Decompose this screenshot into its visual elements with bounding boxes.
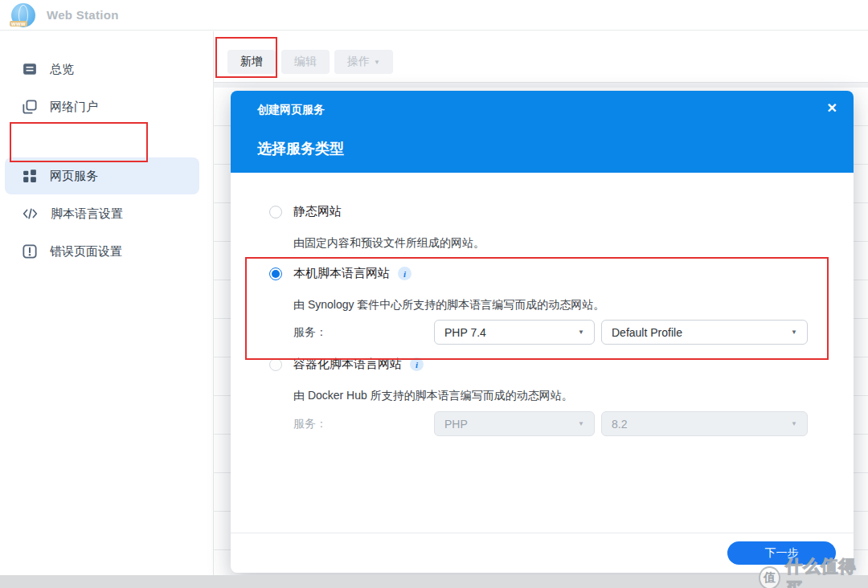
sidebar-item-label: 脚本语言设置 <box>51 206 123 222</box>
sidebar-item-label: 网页服务 <box>50 169 98 184</box>
option-label-static: 静态网站 <box>293 204 342 219</box>
radio-static-website[interactable] <box>269 206 282 218</box>
edit-button[interactable]: 编辑 <box>281 50 330 74</box>
close-icon[interactable]: ✕ <box>827 100 837 116</box>
sidebar-item-label: 总览 <box>50 62 74 77</box>
chevron-down-icon: ▼ <box>578 420 584 427</box>
sidebar-item-label: 网络门户 <box>50 100 98 115</box>
option-label-container: 容器化脚本语言网站 i <box>293 357 424 372</box>
action-dropdown-button[interactable]: 操作▼ <box>334 50 393 74</box>
web-service-icon <box>23 169 37 183</box>
profile-dropdown[interactable]: Default Profile ▼ <box>601 320 808 345</box>
chevron-down-icon: ▼ <box>791 420 797 427</box>
web-station-logo-icon: www <box>11 3 35 27</box>
container-php-dropdown: PHP ▼ <box>434 411 595 436</box>
add-button[interactable]: 新增 <box>227 50 276 74</box>
chevron-down-icon: ▼ <box>578 329 584 336</box>
option-desc-static: 由固定内容和预设文件所组成的网站。 <box>293 236 485 251</box>
smzdm-watermark: 值 什么值得买 <box>759 555 868 588</box>
chevron-down-icon: ▼ <box>791 329 797 336</box>
sidebar-item-label: 错误页面设置 <box>50 244 122 259</box>
container-version-dropdown: 8.2 ▼ <box>601 411 808 436</box>
smzdm-logo-icon: 值 <box>759 566 780 588</box>
portal-icon <box>23 100 37 114</box>
sidebar-item-web-portal[interactable]: 网络门户 <box>5 88 199 125</box>
dialog-subtitle: 选择服务类型 <box>257 139 344 158</box>
option-desc-container: 由 Docker Hub 所支持的脚本语言编写而成的动态网站。 <box>293 389 573 403</box>
radio-container-script-website[interactable] <box>269 358 282 371</box>
dialog-title: 创建网页服务 <box>257 103 325 117</box>
sidebar-item-web-service[interactable]: 网页服务 <box>5 157 199 194</box>
sidebar-item-overview[interactable]: 总览 <box>5 51 199 88</box>
chevron-down-icon: ▼ <box>374 59 380 66</box>
service-label-container: 服务： <box>293 411 327 436</box>
sidebar: 总览 网络门户 网页服务 脚本语言设置 <box>0 31 213 575</box>
sidebar-item-script-language[interactable]: 脚本语言设置 <box>5 195 199 232</box>
app-title: Web Station <box>47 8 119 22</box>
info-icon[interactable]: i <box>398 267 411 280</box>
option-label-native: 本机脚本语言网站 i <box>293 266 411 281</box>
footer-divider <box>231 533 854 533</box>
watermark-text: 什么值得买 <box>785 555 868 588</box>
option-desc-native: 由 Synology 套件中心所支持的脚本语言编写而成的动态网站。 <box>293 298 604 312</box>
overview-icon <box>23 62 37 76</box>
page-background-strip <box>0 575 868 588</box>
php-version-dropdown[interactable]: PHP 7.4 ▼ <box>434 320 595 345</box>
radio-native-script-website[interactable] <box>269 267 282 280</box>
sidebar-item-error-page[interactable]: 错误页面设置 <box>5 233 199 270</box>
error-page-icon <box>23 244 37 259</box>
service-label-native: 服务： <box>293 320 327 345</box>
app-header: www Web Station <box>0 0 868 31</box>
script-language-icon <box>23 206 38 221</box>
info-icon[interactable]: i <box>410 357 424 371</box>
dialog-header: 创建网页服务 ✕ 选择服务类型 <box>231 91 854 173</box>
sidebar-divider <box>213 31 214 575</box>
web-station-window: www Web Station 总览 网络门户 <box>0 0 868 588</box>
create-web-service-dialog: 创建网页服务 ✕ 选择服务类型 静态网站 由固定内容和预设文件所组成的网站。 本… <box>231 91 854 573</box>
